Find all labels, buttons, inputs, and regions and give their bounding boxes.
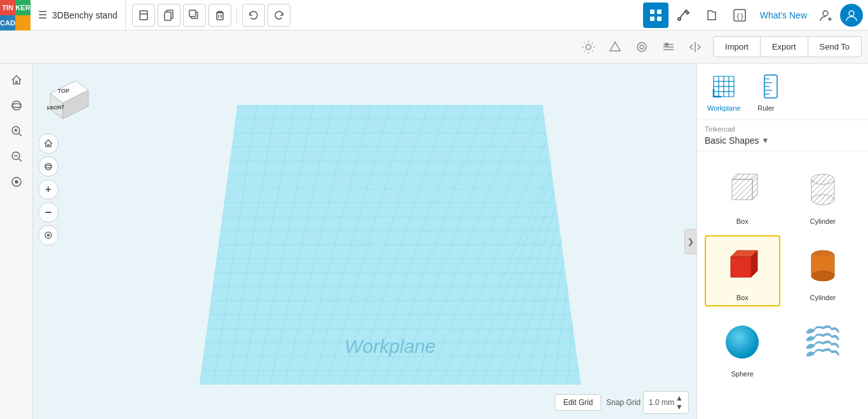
snap-stepper-icon[interactable]: ▲▼ bbox=[675, 394, 683, 411]
panel-library[interactable]: Tinkercad Basic Shapes ▼ bbox=[697, 120, 868, 151]
align-tool-button[interactable] bbox=[656, 34, 681, 60]
redo-button[interactable] bbox=[268, 4, 290, 27]
svg-line-41 bbox=[18, 134, 22, 137]
new-button[interactable] bbox=[132, 4, 155, 27]
logo-cad: CAD bbox=[0, 15, 15, 31]
undo-button[interactable] bbox=[242, 4, 265, 27]
box-red-icon bbox=[717, 240, 768, 291]
ruler-tool-icon bbox=[750, 71, 781, 102]
logo-tin: TIN bbox=[0, 0, 15, 15]
svg-rect-5 bbox=[189, 10, 196, 17]
files-button[interactable] bbox=[699, 3, 724, 28]
project-name-area: ☰ 3DBenchy stand bbox=[31, 0, 126, 30]
library-tinkercad-label: Tinkercad bbox=[705, 125, 735, 133]
wavy-blue-icon bbox=[797, 317, 848, 367]
svg-marker-30 bbox=[610, 42, 620, 51]
toolbar2: Import Export Send To bbox=[0, 31, 868, 64]
shape-cylinder-orange[interactable]: Cylinder bbox=[785, 235, 861, 306]
logo-blank bbox=[15, 15, 31, 31]
cylinder-gray-icon bbox=[797, 164, 848, 215]
avatar-button[interactable] bbox=[840, 4, 863, 27]
export-button[interactable]: Export bbox=[761, 36, 808, 57]
project-title[interactable]: 3DBenchy stand bbox=[52, 10, 118, 20]
svg-rect-10 bbox=[657, 10, 661, 14]
delete-button[interactable] bbox=[208, 4, 231, 27]
zoom-out-button[interactable] bbox=[5, 145, 28, 168]
svg-text:{}: {} bbox=[736, 12, 744, 20]
svg-text:TOP: TOP bbox=[58, 88, 69, 94]
svg-line-13 bbox=[680, 11, 685, 18]
workplane-tool-icon bbox=[709, 71, 739, 102]
shape-cylinder-gray[interactable]: Cylinder bbox=[785, 159, 861, 230]
left-sidebar bbox=[0, 64, 33, 419]
library-chevron-icon: ▼ bbox=[762, 136, 770, 145]
sphere-blue-icon bbox=[717, 317, 768, 367]
shape-box-red[interactable]: Box bbox=[705, 235, 780, 306]
toolbar-separator bbox=[236, 6, 237, 24]
circle-tool-button[interactable] bbox=[629, 34, 654, 60]
cylinder-gray-label: Cylinder bbox=[810, 217, 836, 225]
box-gray-icon bbox=[717, 164, 768, 215]
ruler-tool-label: Ruler bbox=[757, 104, 774, 112]
add-user-button[interactable] bbox=[815, 4, 837, 27]
svg-text:Workplane: Workplane bbox=[344, 336, 435, 357]
shape-sphere-blue[interactable]: Sphere bbox=[705, 312, 780, 383]
svg-point-48 bbox=[15, 181, 18, 183]
svg-point-21 bbox=[586, 45, 591, 50]
list-icon: ☰ bbox=[38, 9, 47, 21]
svg-point-54 bbox=[45, 163, 51, 170]
fit-view-button[interactable] bbox=[5, 170, 28, 193]
duplicate-button[interactable] bbox=[183, 4, 206, 27]
ruler-tool[interactable]: Ruler bbox=[750, 71, 781, 112]
orbit-button[interactable] bbox=[5, 94, 28, 117]
svg-line-29 bbox=[592, 51, 593, 52]
action-buttons: Import Export Send To bbox=[713, 36, 862, 57]
svg-point-14 bbox=[678, 18, 681, 20]
main-area: TOP FRONT + − bbox=[0, 64, 868, 419]
svg-line-26 bbox=[584, 43, 585, 43]
svg-point-32 bbox=[640, 45, 644, 49]
viewport[interactable]: TOP FRONT + − bbox=[33, 64, 696, 419]
svg-rect-36 bbox=[665, 43, 668, 46]
cylinder-orange-label: Cylinder bbox=[810, 294, 836, 301]
shape-wavy-blue[interactable] bbox=[785, 312, 861, 383]
nav-orbit-button[interactable] bbox=[38, 156, 58, 177]
zoom-in-button[interactable] bbox=[5, 120, 28, 142]
mirror-tool-button[interactable] bbox=[682, 34, 708, 60]
3d-view-button[interactable] bbox=[643, 3, 668, 28]
tools-button[interactable] bbox=[671, 3, 696, 28]
whats-new-link[interactable]: What's New bbox=[755, 10, 812, 20]
home-view-button[interactable] bbox=[5, 69, 28, 92]
svg-line-45 bbox=[18, 159, 22, 162]
toolbar-main bbox=[126, 4, 638, 27]
box-gray-label: Box bbox=[736, 217, 749, 225]
nav-zoom-out-button[interactable]: − bbox=[38, 202, 58, 223]
send-to-button[interactable]: Send To bbox=[808, 36, 862, 57]
svg-point-17 bbox=[823, 11, 828, 16]
nav-home-button[interactable] bbox=[38, 134, 58, 154]
codeblocks-button[interactable]: {} bbox=[727, 3, 752, 28]
library-name-text: Basic Shapes bbox=[705, 135, 759, 146]
nav-fit-button[interactable] bbox=[38, 225, 58, 245]
library-name-display[interactable]: Basic Shapes ▼ bbox=[705, 135, 860, 146]
cylinder-orange-icon bbox=[797, 240, 848, 291]
svg-line-27 bbox=[592, 43, 593, 43]
nav-zoom-in-button[interactable]: + bbox=[38, 179, 58, 200]
sphere-blue-label: Sphere bbox=[731, 370, 754, 378]
workplane-tool-label: Workplane bbox=[707, 104, 740, 112]
view-tools bbox=[576, 34, 708, 60]
import-button[interactable]: Import bbox=[713, 36, 761, 57]
workplane-tool[interactable]: Workplane bbox=[707, 71, 740, 112]
workplane-container: Workplane bbox=[84, 95, 696, 394]
edit-grid-button[interactable]: Edit Grid bbox=[555, 394, 601, 411]
panel-collapse-button[interactable]: ❯ bbox=[684, 229, 696, 254]
shape-tool-button[interactable] bbox=[602, 34, 628, 60]
workplane: Workplane bbox=[200, 105, 581, 385]
svg-rect-9 bbox=[650, 10, 654, 14]
snap-value-display[interactable]: 1.0 mm ▲▼ bbox=[643, 391, 689, 414]
copy-paste-button[interactable] bbox=[158, 4, 180, 27]
light-tool-button[interactable] bbox=[576, 34, 601, 60]
shape-box-gray[interactable]: Box bbox=[705, 159, 780, 230]
svg-rect-0 bbox=[140, 11, 147, 20]
svg-marker-133 bbox=[731, 257, 751, 277]
